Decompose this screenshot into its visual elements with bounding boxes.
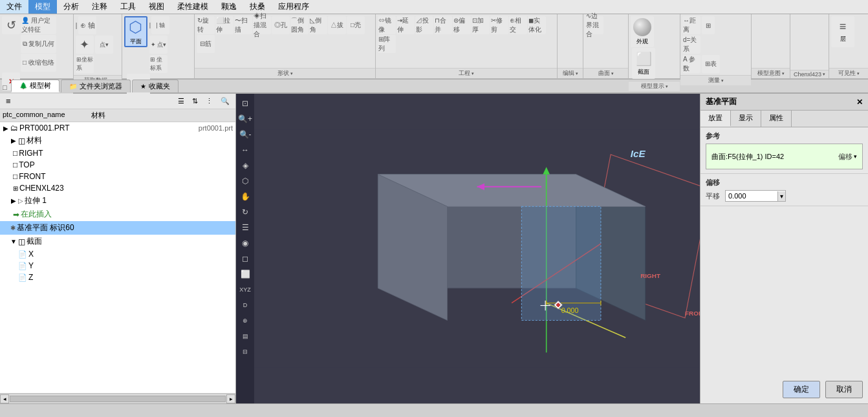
btn-section-view[interactable]: ⬜ 截面 [632, 48, 655, 79]
expand-prt0001[interactable]: ▶ [3, 125, 9, 132]
btn-edge-blend[interactable]: ∿边界混合 [585, 16, 603, 34]
tree-item-y[interactable]: 📄 Y [0, 260, 235, 272]
vp-btn-xyz[interactable]: XYZ [238, 283, 252, 297]
expand-materials[interactable]: ▶ [10, 137, 17, 144]
menu-tools[interactable]: 工具 [114, 0, 142, 14]
btn-point2[interactable]: ✦ 点▾ [149, 36, 168, 54]
vp-btn-transparent[interactable]: ◻ [238, 251, 252, 266]
btn-relations[interactable]: d=关系 [682, 36, 700, 54]
btn-solidify[interactable]: ◼实体化 [528, 16, 546, 34]
btn-hole[interactable]: ◎孔 [272, 16, 290, 34]
btn-table[interactable]: ⊞表 [702, 55, 720, 73]
vp-btn-refit[interactable]: ↔ [238, 143, 252, 157]
btn-distance[interactable]: ↔距离 [682, 16, 700, 34]
btn-draft[interactable]: △拔 [328, 16, 346, 34]
cancel-button[interactable]: 取消 [825, 381, 863, 398]
toolbar-label-surface[interactable]: 曲面 [583, 68, 628, 78]
menu-keyi[interactable]: 颗逸 [215, 0, 243, 14]
btn-mirror[interactable]: ⇔镜像 [378, 16, 396, 34]
tree-item-insert-here[interactable]: ➡ 在此插入 [0, 208, 235, 221]
rp-tab-properties[interactable]: 属性 [761, 111, 792, 127]
toolbar-label-measure[interactable]: 测量 [680, 75, 751, 85]
vp-btn-zoom-out[interactable]: 🔍- [238, 127, 252, 142]
tree-item-right[interactable]: □ RIGHT [0, 147, 235, 159]
tab-folder-browser[interactable]: 📁 文件夹浏览器 [61, 80, 131, 92]
tree-item-z[interactable]: 📄 Z [0, 272, 235, 283]
btn-coord2[interactable]: ⊞ 坐标系 [149, 55, 168, 73]
btn-shell[interactable]: □壳 [347, 16, 365, 34]
tab-favorites[interactable]: ★ 收藏夹 [132, 80, 179, 92]
vp-btn-zoom-in[interactable]: 🔍+ [238, 112, 252, 126]
vp-btn-saved-views[interactable]: ▤ [238, 329, 252, 343]
btn-chamfer[interactable]: ◺倒角 [309, 16, 327, 34]
btn-appearance[interactable]: 外观 [631, 16, 654, 47]
menu-view[interactable]: 视图 [142, 0, 171, 14]
expand-extrude1[interactable]: ▶ [10, 197, 17, 204]
panel-btn-sort[interactable]: ⇅ [189, 96, 201, 107]
offset-dropdown-btn[interactable]: ▾ [777, 191, 785, 201]
btn-coord[interactable]: ⊞坐标系 [76, 55, 94, 73]
rp-tab-placement[interactable]: 放置 [700, 111, 731, 127]
vp-btn-wireframe[interactable]: ⬜ [238, 267, 252, 281]
btn-intersect2[interactable]: ⊕相交 [509, 16, 527, 34]
btn-point[interactable]: ✦ [76, 36, 94, 54]
btn-axis[interactable]: ⊕ 轴 [78, 16, 96, 34]
menu-annotation[interactable]: 注释 [85, 0, 114, 14]
vp-btn-snap[interactable]: ⊟ [238, 345, 252, 359]
btn-extend[interactable]: ⇥延伸 [396, 16, 415, 34]
btn-copy-geom[interactable]: ⧉ 复制几何 [21, 35, 56, 53]
tree-item-front[interactable]: □ FRONT [0, 171, 235, 182]
btn-distance2[interactable]: ⊞ [702, 16, 715, 34]
vp-btn-zoom-fit[interactable]: ⊡ [238, 96, 252, 111]
tree-item-prt0001[interactable]: ▶ 🗂 PRT0001.PRT prt0001.prt [0, 122, 235, 134]
btn-regenerate[interactable]: ↺ [2, 16, 20, 34]
vp-btn-datum[interactable]: D [238, 298, 252, 312]
btn-sweep-mix[interactable]: ◈扫描混合 [253, 16, 271, 34]
toolbar-label-edit[interactable]: 编辑 [558, 68, 583, 78]
btn-rib[interactable]: ⊟筋 [197, 35, 215, 53]
vp-btn-pan[interactable]: ✋ [238, 189, 252, 204]
menu-applications[interactable]: 应用程序 [272, 0, 316, 14]
tree-item-section-folder[interactable]: ▼ ◫ 截面 [0, 235, 235, 248]
vp-btn-display[interactable]: ☰ [238, 220, 252, 235]
btn-point-dropdown[interactable]: 点▾ [95, 36, 113, 54]
btn-trim[interactable]: ✂修剪 [490, 16, 508, 34]
tree-item-materials[interactable]: ▶ ◫ 材料 [0, 134, 235, 147]
tree-item-chenxl423[interactable]: ⊞ CHENXL423 [0, 182, 235, 194]
vp-btn-appearance2[interactable]: ◉ [238, 236, 252, 250]
btn-thicken[interactable]: ⊡加厚 [472, 16, 490, 34]
btn-axis2[interactable]: | 轴 [151, 16, 169, 34]
vp-btn-orient[interactable]: ◈ [238, 158, 252, 173]
toolbar-label-engineering[interactable]: 工程 [376, 68, 557, 78]
menu-flexible-modeling[interactable]: 柔性建模 [171, 0, 215, 14]
btn-plane[interactable]: ⬡ 平面 [124, 16, 147, 47]
btn-sweep[interactable]: 〜扫描 [234, 16, 252, 34]
btn-layer[interactable]: ≡ 层 [831, 16, 854, 47]
vp-btn-perspective[interactable]: ⬡ [238, 174, 252, 188]
btn-shrink-wrap[interactable]: □ 收缩包络 [21, 54, 56, 72]
btn-round[interactable]: ⌒倒圆角 [290, 16, 309, 34]
offset-value-input[interactable] [726, 191, 777, 201]
vp-btn-spin-center[interactable]: ⊕ [238, 314, 252, 328]
toolbar-label-visibility[interactable]: 可见性 [829, 68, 868, 78]
confirm-button[interactable]: 确定 [783, 381, 820, 398]
panel-btn-options[interactable]: ⋮ [202, 96, 216, 107]
toolbar-label-shape[interactable]: 形状 [195, 68, 376, 78]
tree-item-datum-plane[interactable]: ✱ 基准平面 标识60 [0, 221, 235, 235]
scroll-left-btn[interactable]: ◂ [0, 394, 9, 403]
toolbar-label-model-display[interactable]: 模型显示 [629, 81, 680, 91]
menu-model[interactable]: 模型 [28, 0, 57, 14]
expand-section[interactable]: ▼ [10, 238, 17, 245]
h-scrollbar[interactable] [10, 396, 226, 402]
btn-rotate[interactable]: ↻旋转 [197, 16, 215, 34]
menu-file[interactable]: 文件 [0, 0, 28, 14]
toolbar-label-chenxl[interactable]: Chenxl423 [790, 70, 829, 78]
btn-intersect[interactable]: ⊓合并 [434, 16, 452, 34]
btn-extrude[interactable]: ⬜拉伸 [215, 16, 233, 34]
tree-item-top[interactable]: □ TOP [0, 159, 235, 171]
rp-tab-display[interactable]: 显示 [731, 111, 761, 127]
panel-btn-columns[interactable]: ☰ [175, 96, 188, 107]
reference-dropdown[interactable]: 偏移 ▾ [838, 152, 857, 162]
tree-item-x[interactable]: 📄 X [0, 248, 235, 260]
btn-user-def-feature[interactable]: 👤 用户定义特征 [21, 16, 56, 34]
